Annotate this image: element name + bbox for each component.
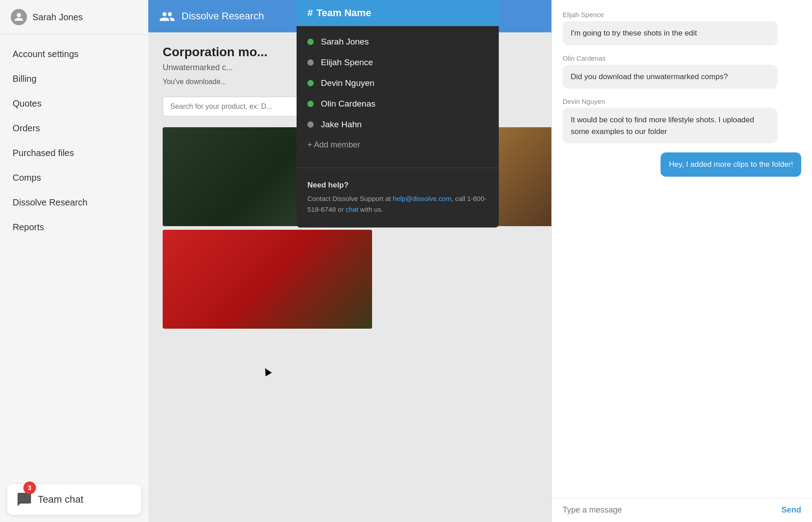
chat-input-area: Send	[552, 498, 812, 522]
sidebar-item-orders[interactable]: Orders	[0, 116, 148, 141]
sidebar-item-comps[interactable]: Comps	[0, 165, 148, 190]
main-content: Dissolve Research Corporation mo... Unwa…	[148, 0, 812, 522]
sender-name: Devin Nguyen	[563, 98, 801, 105]
sidebar-item-billing[interactable]: Billing	[0, 67, 148, 91]
dropdown-team-name: Team Name	[316, 7, 371, 19]
message-group-1: Elijah Spence I'm going to try these sho…	[563, 11, 801, 45]
sender-name: Elijah Spence	[563, 11, 801, 18]
help-text-before: Contact Dissolve Support at	[307, 195, 393, 202]
member-olin-cardenas[interactable]: Olin Cardenas	[297, 94, 499, 114]
help-text-after: with us.	[358, 205, 383, 213]
offline-indicator	[307, 121, 314, 128]
chat-bubble: I'm going to try these shots in the edit	[563, 21, 777, 45]
sidebar-nav: Account settings Billing Quotes Orders P…	[0, 35, 148, 477]
cursor	[262, 366, 272, 376]
chat-bubble-sent: Hey, I added more clips to the folder!	[661, 152, 801, 177]
team-chat-label: Team chat	[38, 494, 84, 505]
message-group-2: Olin Cardenas Did you download the unwat…	[563, 54, 801, 89]
chat-badge: 3	[23, 482, 36, 494]
message-group-4: Hey, I added more clips to the folder!	[563, 152, 801, 177]
chat-panel: Elijah Spence I'm going to try these sho…	[551, 0, 812, 522]
member-name: Jake Hahn	[321, 120, 362, 129]
image-cell-4[interactable]	[163, 230, 372, 329]
message-group-3: Devin Nguyen It would be cool to find mo…	[563, 98, 801, 143]
sidebar-item-purchased-files[interactable]: Purchased files	[0, 141, 148, 165]
member-jake-hahn[interactable]: Jake Hahn	[297, 114, 499, 135]
member-sarah-jones[interactable]: Sarah Jones	[297, 31, 499, 52]
sidebar-item-dissolve-research[interactable]: Dissolve Research	[0, 190, 148, 215]
chat-link[interactable]: chat	[346, 205, 358, 213]
sidebar-user[interactable]: Sarah Jones	[0, 0, 148, 35]
help-email-link[interactable]: help@dissolve.com	[393, 195, 451, 202]
member-list: Sarah Jones Elijah Spence Devin Nguyen O…	[297, 26, 499, 161]
app-container: Sarah Jones Account settings Billing Quo…	[0, 0, 812, 522]
team-icon	[159, 9, 175, 24]
hash-symbol: #	[307, 7, 313, 19]
member-name: Elijah Spence	[321, 58, 373, 67]
team-chat-button[interactable]: 3 Team chat	[7, 484, 141, 515]
online-indicator	[307, 80, 314, 86]
team-dropdown: # Team Name Sarah Jones Elijah Spence De…	[297, 0, 499, 228]
help-section: Need help? Contact Dissolve Support at h…	[297, 168, 499, 228]
help-text: Contact Dissolve Support at help@dissolv…	[307, 193, 488, 215]
sidebar-item-quotes[interactable]: Quotes	[0, 91, 148, 116]
user-avatar	[11, 9, 27, 25]
help-title: Need help?	[307, 181, 488, 190]
chat-messages: Elijah Spence I'm going to try these sho…	[552, 0, 812, 498]
chat-bubble: Did you download the unwatermarked comps…	[563, 65, 777, 89]
member-name: Olin Cardenas	[321, 99, 375, 109]
send-button[interactable]: Send	[781, 505, 801, 515]
online-indicator	[307, 101, 314, 107]
add-member-button[interactable]: + Add member	[297, 135, 499, 155]
sender-name: Olin Cardenas	[563, 54, 801, 62]
chat-input[interactable]	[563, 505, 781, 515]
member-name: Devin Nguyen	[321, 78, 374, 88]
main-header-title: Dissolve Research	[182, 10, 264, 22]
sidebar-username: Sarah Jones	[32, 12, 83, 22]
sidebar-item-reports[interactable]: Reports	[0, 215, 148, 240]
member-devin-nguyen[interactable]: Devin Nguyen	[297, 73, 499, 94]
chat-bubble: It would be cool to find more lifestyle …	[563, 108, 777, 143]
offline-indicator	[307, 59, 314, 66]
member-name: Sarah Jones	[321, 37, 369, 47]
member-elijah-spence[interactable]: Elijah Spence	[297, 52, 499, 73]
dropdown-header: # Team Name	[297, 0, 499, 26]
sidebar: Sarah Jones Account settings Billing Quo…	[0, 0, 148, 522]
sidebar-item-account-settings[interactable]: Account settings	[0, 42, 148, 67]
online-indicator	[307, 39, 314, 45]
